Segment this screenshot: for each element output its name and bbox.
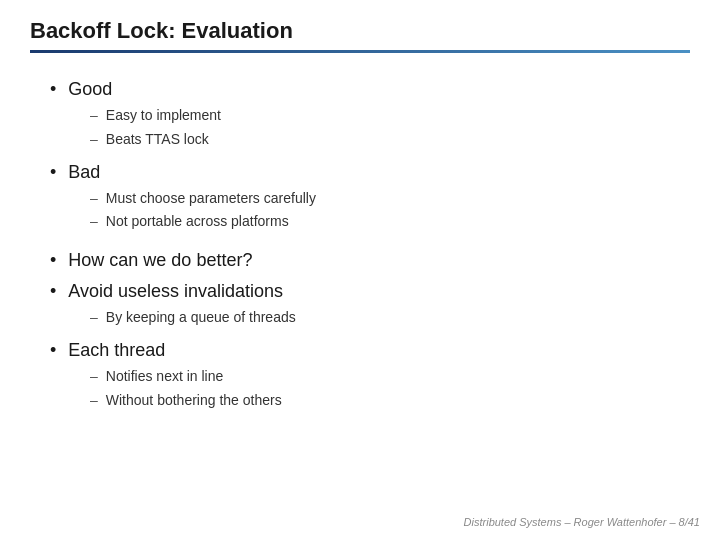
sub-bullet-item: – Not portable across platforms (90, 210, 670, 234)
bullet-dot: • (50, 281, 56, 302)
bullet-how: • How can we do better? (50, 250, 670, 271)
sub-bullet-item: – Notifies next in line (90, 365, 670, 389)
sub-dash: – (90, 210, 98, 234)
sub-bullet-item: – Without bothering the others (90, 389, 670, 413)
bullet-dot: • (50, 250, 56, 271)
slide-footer: Distributed Systems – Roger Wattenhofer … (464, 516, 700, 528)
sub-dash: – (90, 104, 98, 128)
bullet-avoid-label: • Avoid useless invalidations (50, 281, 670, 302)
bullet-bad-label: • Bad (50, 162, 670, 183)
header-divider (30, 50, 690, 53)
slide: Backoff Lock: Evaluation • Good – Easy t… (0, 0, 720, 540)
bullet-bad: • Bad – Must choose parameters carefully… (50, 162, 670, 235)
sub-bullet-item: – By keeping a queue of threads (90, 306, 670, 330)
bullet-avoid-subs: – By keeping a queue of threads (90, 306, 670, 330)
bullet-how-label: • How can we do better? (50, 250, 670, 271)
bullet-good-label: • Good (50, 79, 670, 100)
sub-bullet-item: – Must choose parameters carefully (90, 187, 670, 211)
bullet-good-subs: – Easy to implement – Beats TTAS lock (90, 104, 670, 152)
sub-dash: – (90, 187, 98, 211)
sub-bullet-item: – Easy to implement (90, 104, 670, 128)
bullet-each: • Each thread – Notifies next in line – … (50, 340, 670, 413)
sub-dash: – (90, 128, 98, 152)
bullet-each-label: • Each thread (50, 340, 670, 361)
bullet-avoid: • Avoid useless invalidations – By keepi… (50, 281, 670, 330)
slide-header: Backoff Lock: Evaluation (0, 0, 720, 61)
slide-title: Backoff Lock: Evaluation (30, 18, 690, 44)
bullet-dot: • (50, 79, 56, 100)
sub-bullet-item: – Beats TTAS lock (90, 128, 670, 152)
bullet-each-subs: – Notifies next in line – Without bother… (90, 365, 670, 413)
bullet-dot: • (50, 162, 56, 183)
sub-dash: – (90, 365, 98, 389)
bullet-dot: • (50, 340, 56, 361)
sub-dash: – (90, 306, 98, 330)
slide-content: • Good – Easy to implement – Beats TTAS … (0, 61, 720, 433)
sub-dash: – (90, 389, 98, 413)
bullet-good: • Good – Easy to implement – Beats TTAS … (50, 79, 670, 152)
bullet-bad-subs: – Must choose parameters carefully – Not… (90, 187, 670, 235)
